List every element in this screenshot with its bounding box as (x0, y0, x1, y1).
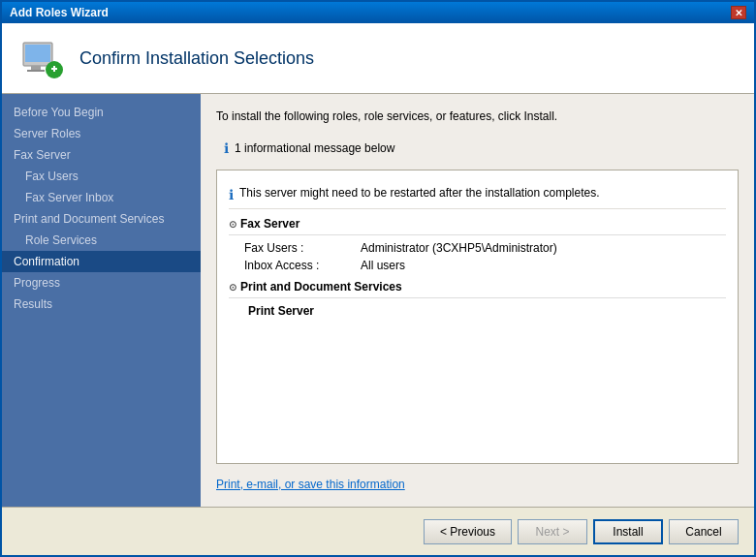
sidebar-item-results[interactable]: Results (2, 294, 201, 315)
svg-rect-2 (31, 66, 41, 70)
install-button[interactable]: Install (593, 519, 663, 544)
sidebar-item-print-document-services[interactable]: Print and Document Services (2, 208, 201, 230)
sidebar-item-confirmation[interactable]: Confirmation (2, 251, 201, 272)
fax-server-section: ⊙ Fax Server Fax Users : Administrator (… (229, 217, 726, 272)
fax-server-section-content: Fax Users : Administrator (3CXHP5\Admini… (229, 241, 726, 272)
sidebar-item-server-roles[interactable]: Server Roles (2, 123, 201, 144)
fax-server-section-title: Fax Server (240, 217, 299, 231)
previous-button[interactable]: < Previous (424, 519, 512, 544)
footer: < Previous Next > Install Cancel (2, 507, 754, 555)
fax-users-value: Administrator (3CXHP5\Administrator) (361, 241, 557, 255)
restart-info-icon: ℹ (229, 187, 234, 202)
print-section-content: Print Server (229, 304, 726, 318)
sidebar-item-role-services[interactable]: Role Services (2, 230, 201, 251)
print-server-label: Print Server (244, 304, 726, 318)
inbox-access-value: All users (361, 259, 405, 272)
inbox-access-row: Inbox Access : All users (244, 259, 726, 272)
sidebar-item-fax-users[interactable]: Fax Users (2, 166, 201, 187)
content-area: Before You Begin Server Roles Fax Server… (2, 94, 754, 507)
detail-box: ℹ This server might need to be restarted… (216, 170, 739, 464)
close-button[interactable]: ✕ (731, 6, 746, 19)
intro-text: To install the following roles, role ser… (216, 109, 739, 123)
wizard-icon (17, 35, 64, 81)
print-section: ⊙ Print and Document Services Print Serv… (229, 280, 726, 318)
fax-users-label: Fax Users : (244, 241, 361, 255)
link-area: Print, e-mail, or save this information (216, 478, 739, 491)
header-area: Confirm Installation Selections (2, 23, 754, 94)
title-bar: Add Roles Wizard ✕ (2, 2, 754, 23)
add-roles-wizard-window: Add Roles Wizard ✕ Confirm Installation … (0, 0, 756, 557)
next-button[interactable]: Next > (518, 519, 587, 544)
header-title: Confirm Installation Selections (79, 48, 314, 69)
svg-rect-1 (25, 45, 50, 62)
inbox-access-label: Inbox Access : (244, 259, 361, 272)
sidebar: Before You Begin Server Roles Fax Server… (2, 94, 201, 507)
print-section-title: Print and Document Services (240, 280, 402, 294)
info-bar: ℹ 1 informational message below (216, 137, 739, 160)
title-bar-left: Add Roles Wizard (10, 6, 109, 19)
sidebar-item-fax-server[interactable]: Fax Server (2, 144, 201, 166)
info-icon: ℹ (224, 140, 229, 156)
fax-server-section-header: ⊙ Fax Server (229, 217, 726, 235)
fax-server-collapse-icon[interactable]: ⊙ (229, 219, 236, 230)
svg-rect-3 (27, 70, 45, 72)
window-title: Add Roles Wizard (10, 6, 109, 19)
restart-notice: ℹ This server might need to be restarted… (229, 180, 726, 209)
sidebar-item-fax-server-inbox[interactable]: Fax Server Inbox (2, 187, 201, 208)
info-bar-text: 1 informational message below (235, 141, 394, 155)
restart-text: This server might need to be restarted a… (239, 186, 600, 200)
main-panel: To install the following roles, role ser… (201, 94, 754, 507)
cancel-button[interactable]: Cancel (669, 519, 739, 544)
save-link[interactable]: Print, e-mail, or save this information (216, 478, 405, 491)
sidebar-item-progress[interactable]: Progress (2, 272, 201, 294)
print-section-header: ⊙ Print and Document Services (229, 280, 726, 298)
sidebar-item-before-you-begin[interactable]: Before You Begin (2, 102, 201, 123)
fax-users-row: Fax Users : Administrator (3CXHP5\Admini… (244, 241, 726, 255)
print-section-collapse-icon[interactable]: ⊙ (229, 282, 236, 293)
svg-rect-6 (53, 66, 55, 72)
